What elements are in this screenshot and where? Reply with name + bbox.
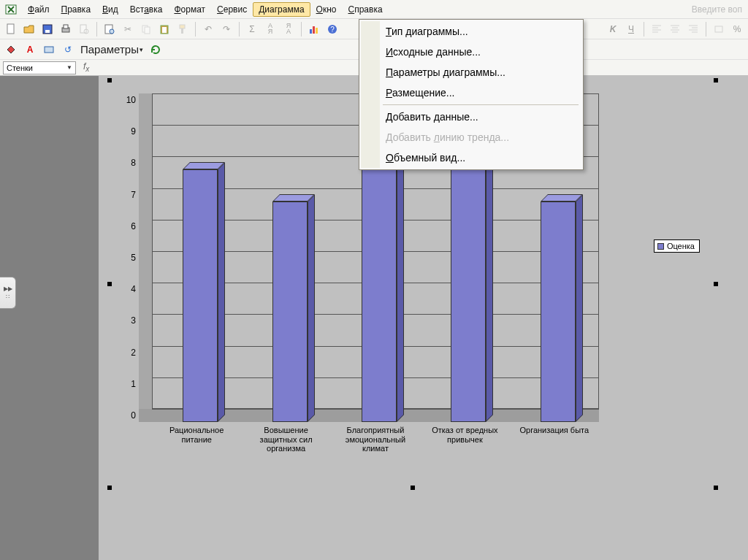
help-icon[interactable]: ? <box>324 21 340 37</box>
y-axis-tick: 3 <box>121 315 136 326</box>
chevron-down-icon[interactable]: ▼ <box>66 64 72 71</box>
app-window: ФайлПравкаВидВставкаФорматСервисДиаграмм… <box>0 0 748 560</box>
y-axis-tick: 6 <box>121 221 136 231</box>
menu-вид[interactable]: Вид <box>96 2 124 17</box>
svg-rect-11 <box>145 27 150 34</box>
fill-color-icon[interactable] <box>3 42 19 58</box>
separator <box>239 22 240 37</box>
undo-icon: ↶ <box>200 21 216 37</box>
diagram-menu-dropdown: Тип диаграммы...Исходные данные...Параме… <box>359 19 584 170</box>
chart-bar[interactable] <box>272 194 315 422</box>
save-icon[interactable] <box>39 21 56 37</box>
format-painter-icon <box>175 21 191 37</box>
copy-icon <box>138 21 154 37</box>
resize-handle[interactable] <box>714 78 718 83</box>
resize-handle[interactable] <box>107 486 112 490</box>
menu-правка[interactable]: Правка <box>56 2 97 17</box>
task-pane-toggle[interactable]: ▶▶ ∷ <box>0 277 16 309</box>
menu-вставка[interactable]: Вставка <box>124 2 169 17</box>
drawing-icon[interactable] <box>41 42 57 58</box>
menu-справка[interactable]: Справка <box>343 2 389 17</box>
menu-файл[interactable]: Файл <box>22 2 56 17</box>
svg-text:?: ? <box>330 26 335 34</box>
menubar: ФайлПравкаВидВставкаФорматСервисДиаграмм… <box>0 0 748 19</box>
chart-bar[interactable] <box>183 162 225 422</box>
font-color-icon[interactable]: A <box>22 42 38 58</box>
menu-сервис[interactable]: Сервис <box>211 2 253 17</box>
svg-rect-22 <box>45 47 53 53</box>
refresh-icon[interactable] <box>148 42 164 58</box>
svg-rect-1 <box>7 24 14 34</box>
y-axis-tick: 2 <box>121 348 136 358</box>
chart-side-wall <box>139 93 152 422</box>
underline-icon: Ч <box>623 21 639 37</box>
name-box[interactable]: Стенки ▼ <box>3 61 76 74</box>
resize-handle[interactable] <box>107 78 112 83</box>
menu-окно[interactable]: Окно <box>310 2 343 17</box>
menu-формат[interactable]: Формат <box>168 2 211 17</box>
svg-rect-14 <box>180 25 185 28</box>
x-axis-label: Организация быта <box>514 426 595 435</box>
research-icon[interactable] <box>102 21 118 37</box>
separator <box>195 22 196 37</box>
x-axis-label: Благоприятный эмоциональный климат <box>335 426 416 453</box>
x-axis-label: Рациональное питание <box>156 426 237 444</box>
help-search-box[interactable]: Введите воп <box>692 4 745 15</box>
left-gutter <box>0 76 99 560</box>
parameters-dropdown[interactable]: Параметры▾ <box>79 43 145 55</box>
print-icon[interactable] <box>58 21 74 37</box>
svg-rect-21 <box>715 26 722 32</box>
chart-bar[interactable] <box>541 194 583 422</box>
svg-rect-18 <box>316 28 318 34</box>
cut-icon: ✂ <box>120 21 136 37</box>
separator <box>96 22 97 37</box>
open-icon[interactable] <box>21 21 37 37</box>
separator <box>644 22 644 37</box>
undo2-icon[interactable]: ↺ <box>60 42 76 58</box>
svg-rect-15 <box>181 28 183 34</box>
menu-item[interactable]: Размещение... <box>361 83 581 103</box>
excel-app-icon <box>4 3 18 16</box>
y-axis-tick: 7 <box>121 190 136 200</box>
x-axis-label: Отказ от вредных привычек <box>424 426 505 444</box>
separator <box>301 22 302 37</box>
print-preview-icon[interactable] <box>76 21 92 37</box>
menu-item[interactable]: Объемный вид... <box>361 147 581 168</box>
legend-label: Оценка <box>667 242 695 250</box>
svg-rect-16 <box>310 29 312 34</box>
resize-handle[interactable] <box>714 486 718 490</box>
bold-icon: K <box>605 21 621 37</box>
y-axis-tick: 0 <box>121 410 136 421</box>
align-center-icon <box>667 21 683 37</box>
legend-swatch <box>657 243 664 250</box>
paste-icon[interactable] <box>156 21 172 37</box>
menu-item[interactable]: Добавить данные... <box>361 107 581 127</box>
new-doc-icon[interactable] <box>3 21 19 37</box>
fx-icon[interactable]: fx <box>79 61 94 73</box>
resize-handle[interactable] <box>107 282 112 286</box>
sort-desc-icon: ЯА <box>280 21 297 37</box>
resize-handle[interactable] <box>714 282 718 286</box>
svg-rect-17 <box>313 26 315 34</box>
menu-item[interactable]: Тип диаграммы... <box>361 21 581 42</box>
y-axis-tick: 10 <box>121 95 136 105</box>
chart-wizard-icon[interactable] <box>306 21 322 37</box>
sort-asc-icon: АЯ <box>262 21 278 37</box>
menu-item[interactable]: Исходные данные... <box>361 42 581 62</box>
separator <box>706 22 706 37</box>
menu-item: Добавить линию тренда... <box>361 127 581 147</box>
align-left-icon <box>649 21 665 37</box>
menu-item[interactable]: Параметры диаграммы... <box>361 62 581 83</box>
y-axis-tick: 4 <box>121 284 136 294</box>
autosum-icon: Σ <box>244 21 260 37</box>
y-axis-tick: 5 <box>121 253 136 263</box>
name-box-value: Стенки <box>7 64 33 72</box>
y-axis-tick: 1 <box>121 379 136 389</box>
chart-legend[interactable]: Оценка <box>654 239 700 253</box>
resize-handle[interactable] <box>411 486 415 490</box>
menu-диаграмма[interactable]: Диаграмма <box>253 2 310 17</box>
currency-icon <box>711 21 727 37</box>
menu-separator <box>383 104 579 105</box>
svg-point-9 <box>110 29 114 34</box>
x-axis-label: Вовышение защитных сил организма <box>246 426 327 453</box>
